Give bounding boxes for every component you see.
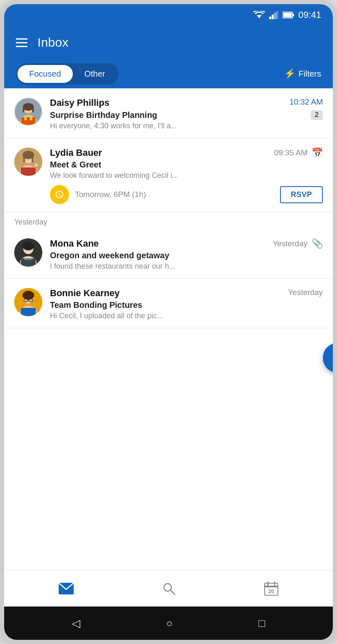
svg-point-11	[23, 103, 34, 111]
svg-rect-1	[269, 17, 271, 19]
sender-mona: Mona Kane	[50, 238, 99, 249]
svg-rect-14	[21, 117, 35, 125]
attachment-icon-mona: 📎	[312, 238, 323, 249]
avatar-bonnie	[14, 288, 42, 316]
calendar-nav-icon: 20	[264, 582, 278, 596]
avatar-lydia	[14, 147, 42, 176]
time-lydia: 09:35 AM	[274, 148, 307, 157]
recents-button[interactable]: □	[258, 617, 265, 630]
svg-line-41	[171, 590, 175, 594]
calendar-icon-lydia: 📅	[312, 147, 323, 158]
svg-rect-6	[292, 14, 294, 16]
badge-daisy: 2	[311, 110, 323, 120]
svg-rect-13	[32, 107, 34, 112]
lydia-time-area: 09:35 AM 📅	[274, 147, 323, 158]
svg-point-34	[22, 291, 34, 300]
email-header-daisy: Daisy Phillips 10:32 AM	[50, 97, 323, 108]
preview-daisy: Hi everyone, 4:30 works for me, I'll a..…	[50, 122, 323, 130]
tabs-container: Focused Other	[16, 63, 119, 85]
svg-rect-22	[32, 155, 33, 162]
email-item-bonnie[interactable]: Bonnie Kearney Yesterday Team Bonding Pi…	[4, 279, 333, 328]
svg-text:20: 20	[269, 589, 275, 594]
status-bar: 09:41	[4, 4, 333, 26]
event-icon	[50, 185, 69, 204]
tab-focused[interactable]: Focused	[17, 65, 73, 83]
bottom-nav: 20	[4, 570, 333, 607]
svg-rect-2	[272, 15, 274, 19]
nav-search[interactable]	[152, 579, 186, 599]
nav-calendar[interactable]: 20	[254, 578, 288, 599]
section-label-yesterday: Yesterday	[4, 212, 333, 229]
email-header-bonnie: Bonnie Kearney Yesterday	[50, 288, 323, 299]
mona-time-area: Yesterday 📎	[273, 238, 323, 249]
tab-other[interactable]: Other	[73, 65, 117, 83]
menu-button[interactable]	[16, 38, 27, 47]
email-item-daisy[interactable]: Daisy Phillips 10:32 AM Surprise Birthda…	[4, 88, 333, 138]
status-icons: 09:41	[253, 10, 321, 20]
sender-bonnie: Bonnie Kearney	[50, 288, 120, 299]
preview-bonnie: Hi Cecil, I uploaded all of the pic...	[50, 312, 323, 320]
email-content-daisy: Daisy Phillips 10:32 AM Surprise Birthda…	[50, 97, 323, 130]
svg-rect-7	[283, 13, 292, 17]
subject-mona: Oregon and weekend getaway	[50, 251, 323, 260]
svg-rect-12	[23, 107, 25, 112]
svg-marker-0	[257, 15, 262, 18]
svg-rect-21	[23, 155, 25, 162]
subject-daisy: Surprise Birthday Planning 2	[50, 110, 323, 120]
app-bar: Inbox	[4, 26, 333, 59]
svg-rect-3	[274, 12, 276, 19]
bolt-icon: ⚡	[284, 68, 295, 79]
email-item-lydia[interactable]: Lydia Bauer 09:35 AM 📅 Meet & Greet We l…	[4, 138, 333, 212]
email-header-mona: Mona Kane Yesterday 📎	[50, 238, 323, 249]
battery-icon	[282, 11, 294, 19]
svg-rect-16	[30, 117, 32, 120]
svg-point-28	[22, 241, 34, 250]
subject-bonnie: Team Bonding Pictures	[50, 300, 323, 310]
svg-rect-35	[21, 308, 36, 316]
avatar-mona	[14, 238, 42, 267]
subject-lydia: Meet & Greet	[50, 160, 323, 170]
rsvp-button[interactable]: RSVP	[280, 186, 323, 203]
email-header-lydia: Lydia Bauer 09:35 AM 📅	[50, 147, 323, 158]
sender-daisy: Daisy Phillips	[50, 97, 109, 108]
filters-label: Filters	[299, 69, 321, 79]
svg-rect-15	[25, 117, 27, 120]
android-nav: ◁ ○ □	[4, 607, 333, 640]
sender-lydia: Lydia Bauer	[50, 147, 102, 158]
email-content-mona: Mona Kane Yesterday 📎 Oregon and weekend…	[50, 238, 323, 271]
signal-icon	[269, 11, 278, 19]
event-row-lydia: Tomorrow, 6PM (1h) RSVP	[50, 185, 323, 204]
svg-rect-30	[24, 258, 32, 260]
back-button[interactable]: ◁	[72, 617, 80, 630]
time-bonnie: Yesterday	[288, 288, 323, 297]
filters-button[interactable]: ⚡ Filters	[284, 68, 321, 79]
svg-rect-43	[265, 586, 278, 587]
svg-rect-23	[21, 167, 36, 176]
email-list: Daisy Phillips 10:32 AM Surprise Birthda…	[4, 88, 333, 570]
home-button[interactable]: ○	[166, 617, 173, 630]
email-content-lydia: Lydia Bauer 09:35 AM 📅 Meet & Greet We l…	[50, 147, 323, 204]
svg-rect-4	[276, 11, 278, 19]
nav-mail[interactable]	[49, 579, 84, 598]
preview-lydia: We look forward to welcoming Cecil i...	[50, 171, 323, 180]
search-icon	[162, 582, 176, 595]
phone-frame: 09:41 Inbox Focused Other ⚡ Filters	[0, 0, 337, 644]
wifi-icon	[253, 11, 265, 19]
status-time: 09:41	[298, 10, 321, 20]
mail-icon	[59, 583, 74, 594]
email-item-mona[interactable]: Mona Kane Yesterday 📎 Oregon and weekend…	[4, 229, 333, 279]
time-daisy: 10:32 AM	[290, 97, 323, 107]
app-title: Inbox	[37, 35, 69, 50]
event-time-lydia: Tomorrow, 6PM (1h)	[75, 190, 274, 199]
preview-mona: I found these restaurants near our h...	[50, 262, 323, 271]
spacer	[4, 328, 333, 362]
time-mona: Yesterday	[273, 239, 307, 248]
avatar-daisy	[14, 97, 42, 126]
tab-bar: Focused Other ⚡ Filters	[4, 59, 333, 88]
email-content-bonnie: Bonnie Kearney Yesterday Team Bonding Pi…	[50, 288, 323, 320]
